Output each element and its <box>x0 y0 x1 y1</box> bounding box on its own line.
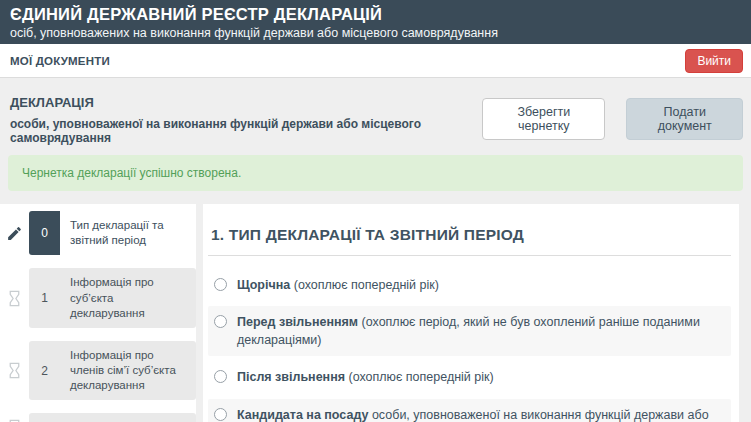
hourglass-icon <box>0 413 29 422</box>
app-title: ЄДИНИЙ ДЕРЖАВНИЙ РЕЄСТР ДЕКЛАРАЦІЙ <box>10 5 741 25</box>
step-label: Інформація про членів сім’ї суб’єкта дек… <box>60 341 196 401</box>
option-label: Перед звільненням <box>237 315 358 329</box>
option-text: Після звільнення (охоплює попередній рік… <box>237 368 494 386</box>
step-label: Інформація про суб’єкта декларування <box>60 268 196 328</box>
declaration-title: ДЕКЛАРАЦІЯ <box>10 95 482 110</box>
step-number: 2 <box>29 341 60 401</box>
step-number: 3 <box>29 413 60 422</box>
menu-item-my-documents[interactable]: МОЇ ДОКУМЕНТИ <box>10 55 110 67</box>
success-alert: Чернетка декларації успішно створена. <box>8 155 743 191</box>
step-number: 0 <box>29 211 60 255</box>
declaration-subtitle: особи, уповноваженої на виконання функці… <box>10 117 482 145</box>
radio-annual[interactable] <box>214 278 227 291</box>
section-heading: 1. ТИП ДЕКЛАРАЦІЇ ТА ЗВІТНИЙ ПЕРІОД <box>208 218 731 256</box>
app-header: ЄДИНИЙ ДЕРЖАВНИЙ РЕЄСТР ДЕКЛАРАЦІЙ осіб,… <box>0 0 751 44</box>
step-number: 1 <box>29 268 60 328</box>
main-panel: 1. ТИП ДЕКЛАРАЦІЇ ТА ЗВІТНИЙ ПЕРІОД Щорі… <box>203 204 739 422</box>
declaration-actions: Зберегти чернетку Подати документ <box>482 95 743 140</box>
content: 0 Тип декларації та звітний період 1 Інф… <box>0 204 751 422</box>
option-text: Щорічна (охоплює попередній рік) <box>237 276 439 294</box>
sidebar-item-step-2[interactable]: 2 Інформація про членів сім’ї суб’єкта д… <box>0 341 196 401</box>
step-label: Тип декларації та звітний період <box>60 211 196 255</box>
option-row-annual[interactable]: Щорічна (охоплює попередній рік) <box>208 269 731 301</box>
step-label: Об’єкти нерухомості <box>60 413 196 422</box>
option-label: Щорічна <box>237 278 290 292</box>
hourglass-icon <box>0 341 29 401</box>
declaration-header: ДЕКЛАРАЦІЯ особи, уповноваженої на викон… <box>0 78 751 155</box>
sidebar-item-step-3[interactable]: 3 Об’єкти нерухомості <box>0 413 196 422</box>
option-text: Перед звільненням (охоплює період, який … <box>237 313 719 349</box>
steps-sidebar: 0 Тип декларації та звітний період 1 Інф… <box>0 204 196 422</box>
option-row-candidate[interactable]: Кандидата на посаду особи, уповноваженої… <box>208 399 731 422</box>
sidebar-item-step-1[interactable]: 1 Інформація про суб’єкта декларування <box>0 268 196 328</box>
radio-before-dismissal[interactable] <box>214 315 227 328</box>
menu-bar: МОЇ ДОКУМЕНТИ Вийти <box>0 44 751 78</box>
logout-button[interactable]: Вийти <box>685 49 743 73</box>
option-description: (охоплює попередній рік) <box>349 370 494 384</box>
radio-candidate[interactable] <box>214 408 227 421</box>
app-subtitle: осіб, уповноважених на виконання функцій… <box>10 26 741 40</box>
option-label: Кандидата на посаду <box>237 408 368 422</box>
pencil-icon <box>0 211 29 255</box>
option-row-after-dismissal[interactable]: Після звільнення (охоплює попередній рік… <box>208 361 731 393</box>
declaration-titles: ДЕКЛАРАЦІЯ особи, уповноваженої на викон… <box>10 95 482 145</box>
option-description: (охоплює попередній рік) <box>294 278 439 292</box>
hourglass-icon <box>0 268 29 328</box>
option-text: Кандидата на посаду особи, уповноваженої… <box>237 406 719 422</box>
option-label: Після звільнення <box>237 370 345 384</box>
sidebar-item-step-0[interactable]: 0 Тип декларації та звітний період <box>0 211 196 255</box>
submit-document-button[interactable]: Подати документ <box>626 98 743 140</box>
success-alert-message: Чернетка декларації успішно створена. <box>22 166 241 180</box>
radio-after-dismissal[interactable] <box>214 370 227 383</box>
option-row-before-dismissal[interactable]: Перед звільненням (охоплює період, який … <box>208 306 731 356</box>
save-draft-button[interactable]: Зберегти чернетку <box>482 98 605 140</box>
